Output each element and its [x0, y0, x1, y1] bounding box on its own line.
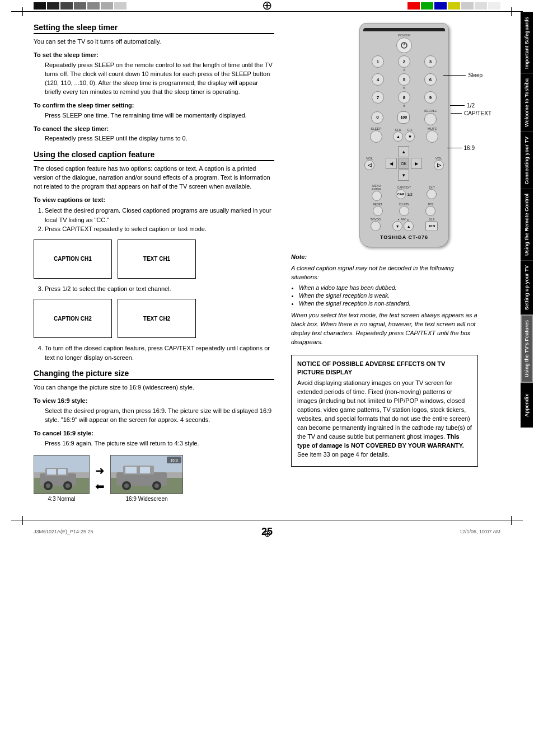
btn-tvvdo[interactable] — [371, 221, 381, 231]
btn-0[interactable]: 0 — [371, 111, 383, 124]
wide-picture: 16:9 — [110, 455, 183, 494]
picture-size-sub1-title: To view 16:9 style: — [34, 397, 274, 406]
normal-picture — [34, 455, 90, 494]
closed-caption-step4: To turn off the closed caption feature, … — [45, 344, 274, 362]
btn-16-9[interactable]: 16:9 — [425, 221, 438, 231]
svg-rect-9 — [47, 469, 56, 475]
power-button[interactable] — [396, 37, 412, 53]
btn-fav-up[interactable]: ▲ — [404, 221, 414, 231]
btn-vol-down[interactable]: ◁ — [364, 160, 374, 170]
power-label: POWER — [363, 34, 445, 37]
btn-reset[interactable] — [373, 206, 383, 216]
btn-sleep[interactable] — [370, 130, 382, 143]
remote-brand: TOSHIBA CT-876 — [363, 234, 445, 240]
dpad-enter[interactable]: OK — [398, 158, 409, 169]
sidebar-tab-important[interactable]: Important Safeguards — [521, 12, 533, 73]
cap-text-line — [451, 113, 462, 114]
picture-size-sub2-title: To cancel 16:9 style: — [34, 429, 274, 438]
sidebar-tab-features[interactable]: Using the TV's Features — [521, 314, 533, 383]
btn-menu[interactable] — [372, 191, 382, 201]
btn-exit[interactable] — [427, 189, 437, 199]
mute-btn-label: MUTE — [426, 127, 438, 130]
caption-ch2-box: CAPTION CH2 — [34, 299, 112, 338]
btn-fav-down[interactable]: ▼ — [392, 221, 402, 231]
note-title: Note: — [291, 253, 478, 262]
text-ch1-box: TEXT CH1 — [118, 240, 196, 279]
svg-rect-10 — [58, 469, 66, 475]
btn-7[interactable]: 7 — [372, 91, 384, 104]
btn-9[interactable]: 9 — [424, 91, 437, 104]
left-arrow-icon: ⬅ — [95, 480, 105, 493]
btn-4[interactable]: 4 — [372, 73, 384, 86]
sleep-mute-row: SLEEP CH+ ▲ CH- ▼ — [364, 127, 444, 143]
ratio-annotation: 16:9 — [447, 145, 475, 151]
svg-rect-21 — [140, 467, 150, 473]
svg-text:16:9: 16:9 — [170, 458, 178, 462]
page-footer: J3M61021A(E)_P14-25 25 25 ⊕ 12/1/06, 10:… — [0, 520, 534, 543]
svg-point-7 — [46, 483, 50, 488]
note-bullet-1: When a video tape has been dubbed. — [299, 284, 478, 291]
btn-8[interactable]: 8 — [398, 91, 410, 104]
warning-box: NOTICE OF POSSIBLE ADVERSE EFFECTS ON TV… — [291, 355, 478, 467]
btn-6[interactable]: 6 — [424, 73, 437, 86]
half-separator: 1/2 — [407, 189, 413, 199]
sidebar-tab-setting-up[interactable]: Setting up your TV — [521, 260, 533, 314]
color-bar-red — [407, 2, 420, 10]
sleep-timer-sub2-text: Press SLEEP one time. The remaining time… — [34, 111, 274, 120]
sidebar-tab-appendix[interactable]: Appendix — [521, 383, 533, 428]
footer-left-text: J3M61021A(E)_P14-25 25 — [34, 529, 93, 534]
sleep-timer-sub3-title: To cancel the sleep timer: — [34, 125, 274, 134]
btn-2[interactable]: 2 — [398, 55, 410, 68]
sleep-btn-label: SLEEP — [370, 127, 382, 130]
dpad-left[interactable]: ◀ — [386, 158, 397, 169]
dpad-up[interactable]: ▲ — [398, 146, 409, 157]
btn-3[interactable]: 3 — [424, 55, 437, 68]
picture-size-section: Changing the picture size You can change… — [34, 369, 274, 502]
picture-comparison-row: 4:3 Normal ➜ ⬅ — [34, 455, 274, 502]
sleep-timer-title: Setting the sleep timer — [34, 23, 274, 34]
sidebar-tab-remote[interactable]: Using the Remote Control — [521, 189, 533, 260]
closed-caption-step3: Press 1/2 to select the caption or text … — [45, 284, 274, 294]
picture-arrows: ➜ ⬅ — [95, 464, 105, 493]
recall-label: RECALL — [424, 109, 437, 112]
bar-seg-7 — [114, 2, 127, 10]
btn-ch-rtn[interactable] — [399, 206, 409, 216]
btn-ch-plus[interactable]: ▲ — [393, 132, 403, 142]
dpad-down[interactable]: ▼ — [398, 170, 409, 181]
sleep-timer-section: Setting the sleep timer You can set the … — [34, 23, 274, 143]
btn-vol-up[interactable]: ▷ — [434, 160, 444, 170]
sidebar-tab-connecting[interactable]: Connecting your TV — [521, 132, 533, 189]
btn-recall[interactable] — [424, 113, 437, 125]
tvvdo-row: TV/VDO ▼ FAV ▲ ▼ ▲ 16:9 16:9 — [364, 218, 444, 231]
picture-size-sub2-text: Press 16:9 again. The picture size will … — [34, 439, 274, 448]
btn-mute[interactable] — [426, 130, 438, 143]
note-bullets: When a video tape has been dubbed. When … — [291, 284, 478, 307]
footer-right-text: 12/1/06, 10:07 AM — [460, 529, 500, 534]
btn-cap-text[interactable]: CAP — [396, 189, 406, 199]
wide-picture-label: 16:9 Widescreen — [125, 496, 167, 502]
btn-ch-minus[interactable]: ▼ — [405, 132, 415, 142]
caption-boxes-row1: CAPTION CH1 TEXT CH1 — [34, 240, 274, 279]
remote-annotation-wrapper: POWER 1 2 2 — [359, 23, 449, 247]
btn-5[interactable]: 5 — [398, 73, 410, 86]
bar-seg-6 — [101, 2, 113, 10]
right-column: POWER 1 2 2 — [285, 23, 517, 509]
sleep-timer-sub1-title: To set the sleep timer: — [34, 51, 274, 60]
note-intro: A closed caption signal may not be decod… — [291, 264, 478, 282]
bar-seg-3 — [60, 2, 73, 10]
vol-dpad-row: VOL ◁ ▲ ◀ OK ▶ ▼ — [364, 144, 444, 182]
bar-seg-2 — [47, 2, 59, 10]
sleep-timer-intro: You can set the TV so it turns off autom… — [34, 37, 274, 46]
sidebar-tab-welcome[interactable]: Welcome to Toshiba — [521, 73, 533, 132]
closed-caption-step2: Press CAP/TEXT repeatedly to select capt… — [45, 224, 274, 234]
btn-100[interactable]: 100 — [397, 111, 410, 124]
normal-picture-label: 4:3 Normal — [48, 496, 76, 502]
btn-1[interactable]: 1 — [372, 55, 384, 68]
color-bar-light2 — [475, 2, 487, 10]
btn-mt2[interactable] — [425, 206, 435, 216]
color-bar-blue — [434, 2, 447, 10]
sleep-timer-sub1-text: Repeatedly press SLEEP on the remote con… — [34, 61, 274, 97]
svg-point-19 — [154, 483, 159, 488]
dpad-right[interactable]: ▶ — [411, 158, 422, 169]
half-line — [450, 105, 465, 106]
